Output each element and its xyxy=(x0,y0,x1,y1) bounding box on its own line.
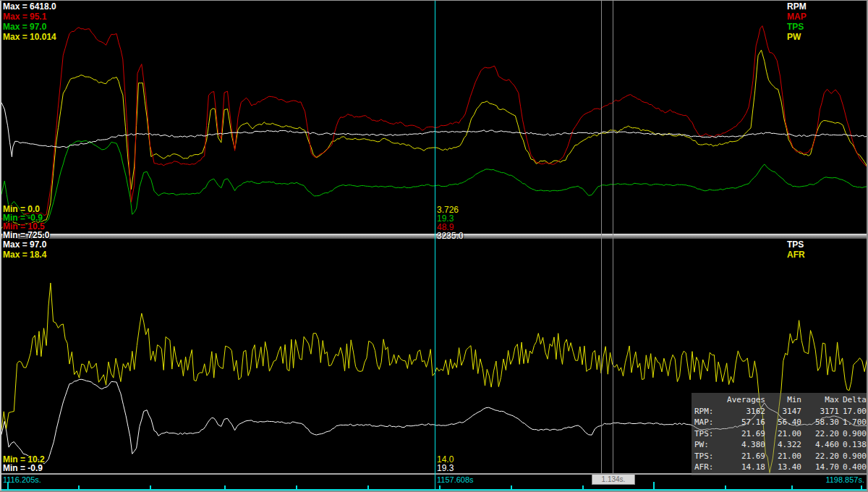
time-scale-tick xyxy=(224,485,226,490)
legend-item: TPS xyxy=(787,239,805,250)
bottom-max-labels: Max = 97.0Max = 18.4 xyxy=(3,239,46,260)
table-row-label: PW: xyxy=(692,439,723,451)
table-cell: 13.40 xyxy=(765,462,801,473)
table-row: MAP:57.1656.4058.301.700 xyxy=(692,417,867,428)
table-cell: 1.700 xyxy=(839,417,867,428)
marker-delta-badge[interactable]: 1.134s. xyxy=(592,474,635,485)
time-scale-tick xyxy=(150,485,151,490)
table-header-cell xyxy=(692,394,723,406)
table-cell: 17.00 xyxy=(839,406,867,417)
bottom-cursor-values: 14.019.3 xyxy=(437,455,454,472)
table-header-cell: Delta xyxy=(839,394,867,406)
window-border-left xyxy=(0,0,1,492)
time-scale-tick xyxy=(367,485,369,490)
time-scale-tick xyxy=(78,485,80,490)
table-row-label: RPM: xyxy=(692,406,723,417)
table-cell: 3147 xyxy=(765,406,801,417)
min-label: Min = -0.9 xyxy=(3,464,45,472)
time-scale-tick xyxy=(791,485,793,490)
table-row: TPS:21.6921.0022.200.900 xyxy=(692,451,867,462)
table-cell: 21.69 xyxy=(723,428,765,440)
max-label: Max = 97.0 xyxy=(3,22,56,32)
table-header-cell: Averages xyxy=(723,394,765,406)
max-label: Max = 18.4 xyxy=(3,250,46,260)
table-row-label: MAP: xyxy=(692,417,723,428)
table-cell: 21.69 xyxy=(723,451,765,462)
cursor-value-label: 19.3 xyxy=(437,464,454,472)
table-cell: 4.460 xyxy=(801,439,839,451)
time-scale-tick xyxy=(725,485,726,490)
table-row: RPM:31623147317117.00 xyxy=(692,406,867,417)
time-scale-tick xyxy=(861,485,862,490)
top-min-labels: Min = 0.0Min = -0.9Min = 10.5Min = 725.0 xyxy=(3,205,49,239)
table-row-label: TPS: xyxy=(692,428,723,440)
top-chart[interactable] xyxy=(1,1,867,234)
table-cell: 0.900 xyxy=(839,451,867,462)
table-row: TPS:21.6921.0022.200.900 xyxy=(692,428,867,440)
table-row-label: TPS: xyxy=(692,451,723,462)
averages-table-header: AveragesMinMaxDelta xyxy=(692,394,867,406)
table-cell: 22.20 xyxy=(801,451,839,462)
legend-item: TPS xyxy=(787,22,807,32)
table-cell: 14.70 xyxy=(801,462,839,473)
table-cell: 0.400 xyxy=(839,462,867,473)
time-scale-tick xyxy=(7,482,9,490)
max-label: Max = 6418.0 xyxy=(3,1,56,12)
top-cursor-values: 3.72619.348.93235.0 xyxy=(437,205,464,240)
timeline-end-time: 1198.857s. xyxy=(825,475,864,484)
time-scale-tick xyxy=(511,485,512,490)
time-scale-tick xyxy=(653,482,655,490)
top-legend: RPMMAPTPSPW xyxy=(787,1,807,42)
range-marker-line-start[interactable] xyxy=(601,1,602,473)
table-cell: 14.18 xyxy=(723,462,765,473)
trace-rpm xyxy=(1,103,867,157)
trace-map xyxy=(1,26,867,221)
window-border-top xyxy=(0,0,868,1)
max-label: Max = 95.1 xyxy=(3,12,56,22)
table-cell: 3162 xyxy=(723,406,765,417)
top-chart-panel[interactable]: Max = 6418.0Max = 95.1Max = 97.0Max = 10… xyxy=(1,1,867,234)
table-row: AFR:14.1813.4014.700.400 xyxy=(692,462,867,473)
table-cell: 56.40 xyxy=(765,417,801,428)
table-cell: 22.20 xyxy=(801,428,839,440)
timeline-strip[interactable]: 1116.205s. 1157.608s 1198.857s. xyxy=(1,475,867,486)
panel-splitter[interactable] xyxy=(1,234,867,239)
max-label: Max = 10.014 xyxy=(3,32,56,42)
legend-item: RPM xyxy=(787,1,807,12)
table-cell: 0.138 xyxy=(839,439,867,451)
table-cell: 4.322 xyxy=(765,439,801,451)
table-row: PW:4.3804.3224.4600.138 xyxy=(692,439,867,451)
cursor-value-label: 3235.0 xyxy=(437,232,464,240)
top-max-labels: Max = 6418.0Max = 95.1Max = 97.0Max = 10… xyxy=(3,1,56,42)
min-label: Min = 725.0 xyxy=(3,231,49,239)
max-label: Max = 97.0 xyxy=(3,239,46,250)
table-cell: 57.16 xyxy=(723,417,765,428)
timeline-cursor-time: 1157.608s xyxy=(437,475,474,484)
legend-item: AFR xyxy=(787,250,805,260)
table-cell: 4.380 xyxy=(723,439,765,451)
time-cursor-line[interactable] xyxy=(435,1,435,490)
table-header-cell: Max xyxy=(801,394,839,406)
table-cell: 58.30 xyxy=(801,417,839,428)
time-scale-tick xyxy=(582,485,584,490)
bottom-min-labels: Min = 10.2Min = -0.9 xyxy=(3,455,45,472)
trace-tps xyxy=(1,141,867,224)
averages-table: AveragesMinMaxDeltaRPM:31623147317117.00… xyxy=(692,393,867,475)
log-viewer-window: Max = 6418.0Max = 95.1Max = 97.0Max = 10… xyxy=(0,0,868,492)
table-cell: 3171 xyxy=(801,406,839,417)
time-scale-tick xyxy=(439,485,441,490)
legend-item: MAP xyxy=(787,12,807,22)
range-marker-line-end[interactable] xyxy=(613,1,613,473)
time-scale-tick xyxy=(296,485,297,490)
table-header-cell: Min xyxy=(765,394,801,406)
table-cell: 0.900 xyxy=(839,428,867,440)
legend-item: PW xyxy=(787,32,807,42)
table-cell: 21.00 xyxy=(765,451,801,462)
bottom-legend: TPSAFR xyxy=(787,239,805,260)
table-row-label: AFR: xyxy=(692,462,723,473)
table-cell: 21.00 xyxy=(765,428,801,440)
